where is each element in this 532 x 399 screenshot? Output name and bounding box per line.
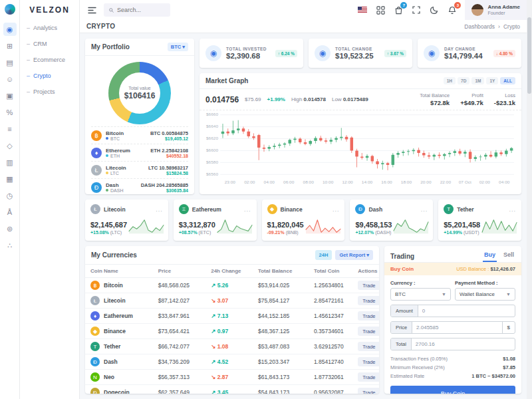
landing-icon[interactable]: % xyxy=(3,106,17,119)
forms-icon[interactable]: ◇ xyxy=(3,139,17,152)
user-menu[interactable]: Anna Adame Founder xyxy=(465,0,527,20)
authentication-icon[interactable]: ☺ xyxy=(3,72,17,86)
price-group: Price $ xyxy=(390,321,515,334)
language-flag-icon[interactable] xyxy=(357,5,368,15)
icons-icon[interactable]: ⊚ xyxy=(3,222,17,235)
trade-button[interactable]: Trade xyxy=(358,296,379,305)
more-options-icon[interactable]: ... xyxy=(421,208,428,211)
trade-button[interactable]: Trade xyxy=(358,327,379,336)
sidebar-item-crm[interactable]: –CRM xyxy=(20,36,79,52)
currency-select[interactable]: BTC▼ xyxy=(390,288,451,301)
dashboards-icon[interactable]: ◉ xyxy=(3,23,17,36)
trade-button[interactable]: Trade xyxy=(358,281,379,290)
charts-icon[interactable]: ◷ xyxy=(3,189,17,202)
portfolio-donut-chart: Total value $106416 xyxy=(108,62,171,124)
row-24h-change: ↗ 7.13 xyxy=(205,309,253,324)
portfolio-currency-select[interactable]: BTC ▾ xyxy=(168,43,188,51)
range-24h-button[interactable]: 24H xyxy=(315,250,332,260)
total-input[interactable] xyxy=(412,338,515,350)
svg-text:$6640: $6640 xyxy=(206,124,219,129)
row-coin-name: Binance xyxy=(104,328,126,334)
sidebar-item-analytics[interactable]: –Analytics xyxy=(20,20,79,36)
maps-icon[interactable]: Å xyxy=(3,205,17,219)
market-high: High 0.014578 xyxy=(291,96,326,102)
total-value: $106416 xyxy=(124,91,156,100)
sidebar-item-ecommerce[interactable]: –Ecommerce xyxy=(20,52,79,68)
main-content: My Portfolio BTC ▾ Total value $106416 ฿… xyxy=(80,33,527,399)
amount-group: Amount xyxy=(390,305,515,317)
range-7d-button[interactable]: 7D xyxy=(458,77,469,84)
invoices-icon[interactable]: ▥ xyxy=(3,156,17,169)
pages-icon[interactable]: ▣ xyxy=(3,89,17,102)
bitcoin-icon: ฿ xyxy=(90,281,100,290)
buy-coin-button[interactable]: Buy Coin xyxy=(390,386,515,394)
trade-button[interactable]: Trade xyxy=(358,342,379,351)
litecoin-icon: Ł xyxy=(90,296,100,305)
ethereum-icon: ♦ xyxy=(91,148,102,158)
row-24h-change: ↘ 3.07 xyxy=(205,293,253,309)
avatar xyxy=(471,4,483,16)
sidebar-item-label: CRM xyxy=(33,41,47,47)
stat-value: $19,523.25 xyxy=(335,52,380,60)
coin-card-value: $5,201,458 xyxy=(444,221,480,229)
dark-mode-icon[interactable] xyxy=(429,5,440,15)
brand-mark-icon[interactable] xyxy=(5,4,15,15)
range-all-button[interactable]: ALL xyxy=(500,77,515,84)
breadcrumb-dashboards[interactable]: Dashboards xyxy=(464,23,495,30)
legend-dot xyxy=(106,172,108,174)
tables-icon[interactable]: ▦ xyxy=(3,172,17,186)
sparkline-chart xyxy=(304,217,342,235)
row-total-coin: 0.35734601 xyxy=(309,324,352,339)
coin-card-name: Litecoin xyxy=(104,206,126,213)
page-scrollbar[interactable] xyxy=(527,0,532,399)
layouts-icon[interactable]: ▤ xyxy=(3,56,17,69)
sidebar-item-crypto[interactable]: –Crypto xyxy=(20,68,79,84)
apps-grid-icon[interactable] xyxy=(375,5,386,15)
trade-button[interactable]: Trade xyxy=(358,388,379,394)
row-24h-change: ↗ 0.97 xyxy=(205,324,253,339)
range-1h-button[interactable]: 1H xyxy=(444,77,456,84)
row-coin-name: Eathereum xyxy=(104,313,133,319)
coin-symbol: BTC xyxy=(106,136,146,141)
scrollbar-thumb[interactable] xyxy=(527,17,531,94)
coin-name: Dash xyxy=(106,182,137,188)
notifications-bell-icon[interactable]: 3 xyxy=(447,5,458,15)
trade-button[interactable]: Trade xyxy=(358,372,379,382)
range-1m-button[interactable]: 1M xyxy=(471,77,484,84)
svg-text:04:00: 04:00 xyxy=(499,180,510,184)
tab-sell[interactable]: Sell xyxy=(502,250,515,262)
sidebar-item-projects[interactable]: –Projects xyxy=(20,84,79,100)
search-input[interactable] xyxy=(117,7,165,13)
svg-text:04:00: 04:00 xyxy=(264,180,275,184)
sidebar-item-label: Crypto xyxy=(33,72,51,79)
apps-icon[interactable]: ⊞ xyxy=(3,39,17,53)
cart-icon[interactable]: 7 xyxy=(393,5,404,15)
trade-button[interactable]: Trade xyxy=(358,357,379,366)
eathereum-icon: Ξ xyxy=(179,204,189,214)
tab-buy[interactable]: Buy xyxy=(483,250,497,262)
stat-label: TOTAL INVESTED xyxy=(226,47,271,51)
components-icon[interactable]: ≡ xyxy=(3,122,17,136)
range-1y-button[interactable]: 1Y xyxy=(486,77,498,84)
table-row: ÐDogecoin$62,357.649↗ 3.45$54,843.1730.9… xyxy=(85,385,379,394)
hamburger-icon[interactable] xyxy=(86,5,97,15)
get-report-button[interactable]: Get Report ▾ xyxy=(335,250,373,260)
amount-input[interactable] xyxy=(418,305,515,317)
svg-text:23:00: 23:00 xyxy=(225,180,236,184)
multilevel-icon[interactable]: ∴ xyxy=(3,239,17,252)
brand-logo[interactable]: VELZON xyxy=(20,0,79,20)
row-total-balance: $54,843.173 xyxy=(253,385,309,394)
search-box[interactable] xyxy=(104,3,170,17)
more-options-icon[interactable]: ... xyxy=(244,208,251,211)
payment-method-select[interactable]: Wallet Balance▼ xyxy=(455,288,515,301)
row-coin-name: Tether xyxy=(104,343,120,350)
more-options-icon[interactable]: ... xyxy=(509,208,516,211)
more-options-icon[interactable]: ... xyxy=(332,208,340,211)
page-title: CRYPTO xyxy=(86,23,116,30)
trade-button[interactable]: Trade xyxy=(358,311,379,321)
row-price: $66,742.077 xyxy=(153,339,206,354)
price-input[interactable] xyxy=(412,322,501,333)
usd-balance-banner: Buy Coin USD Balance : $12,426.07 xyxy=(384,263,521,275)
fullscreen-icon[interactable] xyxy=(411,5,422,15)
more-options-icon[interactable]: ... xyxy=(156,208,163,211)
